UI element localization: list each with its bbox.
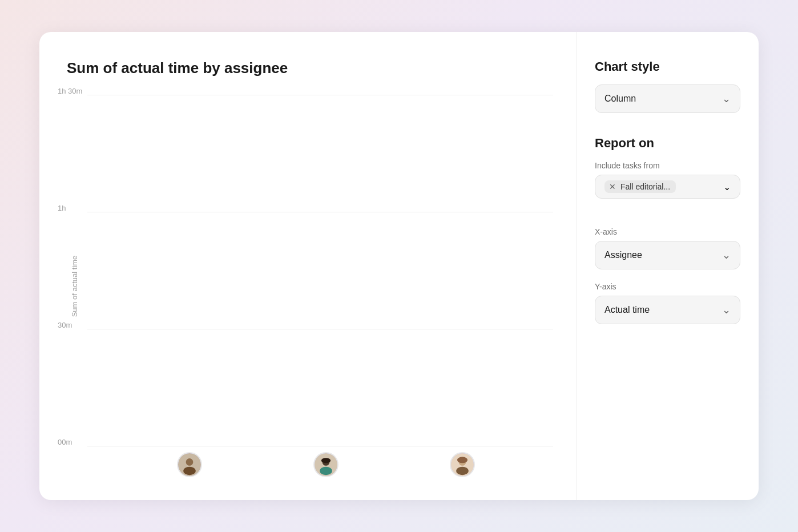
- svg-point-9: [456, 467, 469, 475]
- chart-style-chevron: ⌄: [722, 92, 731, 105]
- avatars-row: [87, 452, 553, 477]
- y-axis-control-label: Y-axis: [595, 282, 740, 291]
- include-tasks-chevron: ⌄: [723, 182, 731, 192]
- chart-area: Sum of actual time by assignee Sum of ac…: [39, 32, 576, 500]
- y-axis-label: Sum of actual time: [71, 256, 79, 317]
- y-axis-label-container: Sum of actual time: [67, 95, 83, 477]
- tag-close-icon[interactable]: ✕: [609, 182, 616, 191]
- report-on-section-title: Report on: [595, 136, 740, 151]
- grid-label-1h30m: 1h 30m: [58, 87, 82, 95]
- svg-point-6: [321, 458, 331, 463]
- include-tasks-select[interactable]: ✕ Fall editorial... ⌄: [595, 175, 740, 199]
- svg-point-2: [183, 467, 196, 475]
- chart-grid-area: 1h 30m 1h 30m 00m: [87, 95, 553, 446]
- x-axis-select[interactable]: Assignee ⌄: [595, 241, 740, 269]
- bars-container: [122, 95, 553, 446]
- avatar-2: [313, 452, 338, 477]
- avatar-3: [450, 452, 475, 477]
- grid-label-1h: 1h: [58, 203, 66, 212]
- include-tasks-tag: ✕ Fall editorial...: [604, 180, 676, 193]
- grid-label-30m: 30m: [58, 321, 72, 329]
- controls-panel: Chart style Column ⌄ Report on Include t…: [576, 32, 759, 500]
- chart-style-value: Column: [604, 94, 636, 104]
- svg-point-1: [186, 458, 194, 466]
- x-axis-value: Assignee: [604, 250, 642, 260]
- chart-style-section-title: Chart style: [595, 59, 740, 74]
- grid-label-0m: 00m: [58, 438, 72, 446]
- y-axis-value: Actual time: [604, 305, 650, 315]
- chart-style-select[interactable]: Column ⌄: [595, 84, 740, 113]
- chart-title: Sum of actual time by assignee: [67, 59, 553, 77]
- chart-inner: 1h 30m 1h 30m 00m: [87, 95, 553, 477]
- x-axis-label: X-axis: [595, 227, 740, 236]
- y-axis-chevron: ⌄: [722, 304, 731, 316]
- chart-wrapper: Sum of actual time 1h 30m 1h 30m: [67, 95, 553, 477]
- y-axis-select[interactable]: Actual time ⌄: [595, 296, 740, 324]
- x-axis-chevron: ⌄: [722, 249, 731, 261]
- main-card: Sum of actual time by assignee Sum of ac…: [39, 32, 759, 500]
- include-tasks-label: Include tasks from: [595, 161, 740, 170]
- avatar-1: [177, 452, 202, 477]
- include-tasks-value: Fall editorial...: [620, 182, 670, 191]
- svg-point-5: [320, 467, 332, 475]
- svg-point-10: [457, 457, 467, 463]
